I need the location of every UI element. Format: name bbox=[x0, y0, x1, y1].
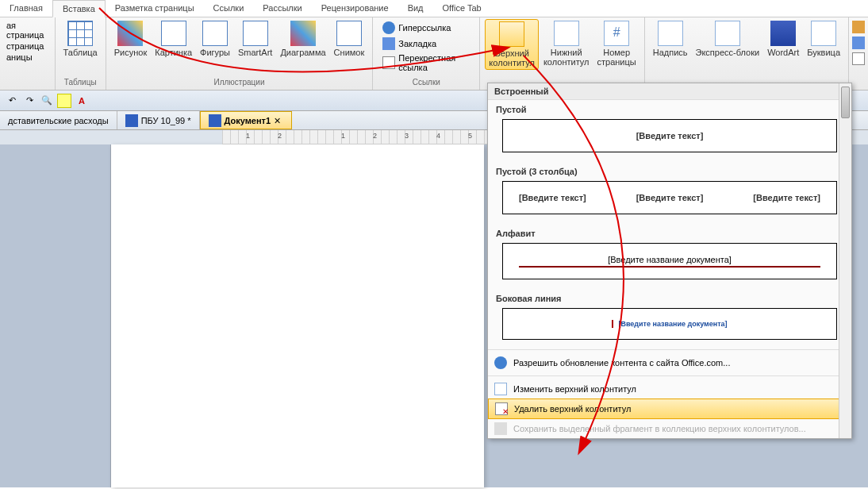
scrollbar[interactable] bbox=[839, 83, 851, 438]
doc-tab-2[interactable]: ПБУ 10_99 * bbox=[117, 111, 200, 129]
group-links: Гиперссылка Закладка Перекрестная ссылка… bbox=[373, 17, 480, 90]
signature-icon[interactable] bbox=[852, 21, 865, 33]
wordart-button[interactable]: WordArt bbox=[764, 19, 802, 59]
preset-alphabet[interactable]: [Введите название документа] bbox=[502, 243, 837, 279]
group-illustrations: Рисунок Картинка Фигуры SmartArt Диаграм… bbox=[106, 17, 374, 90]
screenshot-icon bbox=[336, 21, 362, 46]
zoom-button[interactable]: 🔍 bbox=[40, 94, 54, 108]
edit-header-item[interactable]: Изменить верхний колонтитул bbox=[488, 379, 851, 399]
header-button[interactable]: Верхний колонтитул bbox=[485, 19, 539, 70]
placeholder-title: [Введите название документа] bbox=[612, 320, 727, 328]
smartart-button[interactable]: SmartArt bbox=[235, 19, 275, 59]
doc-tab-2-label: ПБУ 10_99 * bbox=[141, 116, 191, 125]
doc-tab-1-label: дставительские расходы bbox=[8, 116, 109, 125]
tab-insert[interactable]: Вставка bbox=[52, 0, 106, 17]
chart-icon bbox=[290, 21, 316, 46]
tab-view[interactable]: Вид bbox=[398, 0, 433, 17]
picture-button[interactable]: Рисунок bbox=[111, 19, 151, 59]
preset-sideline-title: Боковая линия bbox=[488, 289, 851, 305]
office-com-label: Разрешить обновление контента с сайта Of… bbox=[513, 358, 730, 368]
remove-header-label: Удалить верхний колонтитул bbox=[514, 404, 631, 414]
doc-tab-3[interactable]: Документ1 ✕ bbox=[200, 111, 293, 129]
preset-empty-title: Пустой bbox=[488, 100, 851, 116]
highlight-button[interactable] bbox=[57, 94, 71, 108]
table-button[interactable]: Таблица bbox=[60, 19, 101, 59]
ribbon-side-icons bbox=[848, 17, 868, 90]
dropcap-label: Буквица bbox=[807, 48, 840, 57]
tab-home[interactable]: Главная bbox=[0, 0, 52, 17]
bookmark-label: Закладка bbox=[398, 39, 436, 48]
picture-label: Рисунок bbox=[114, 48, 148, 57]
footer-icon bbox=[554, 21, 579, 46]
group-pages-label bbox=[5, 87, 50, 88]
screenshot-button[interactable]: Снимок bbox=[331, 19, 368, 59]
table-icon bbox=[67, 21, 93, 46]
cover-page-partial[interactable]: ая страница bbox=[6, 21, 48, 40]
chart-label: Диаграмма bbox=[280, 48, 325, 57]
crossref-button[interactable]: Перекрестная ссылка bbox=[379, 52, 473, 73]
edit-header-label: Изменить верхний колонтитул bbox=[513, 384, 636, 394]
smartart-icon bbox=[243, 21, 268, 46]
picture-icon bbox=[117, 21, 143, 46]
tab-references[interactable]: Ссылки bbox=[204, 0, 254, 17]
remove-header-item[interactable]: ✕ Удалить верхний колонтитул bbox=[488, 399, 851, 419]
textbox-button[interactable]: Надпись bbox=[650, 19, 691, 59]
object-icon[interactable] bbox=[852, 52, 865, 65]
hyperlink-button[interactable]: Гиперссылка bbox=[379, 21, 473, 35]
preset-sideline[interactable]: [Введите название документа] bbox=[502, 308, 837, 340]
word-doc-icon bbox=[209, 114, 221, 127]
shapes-icon bbox=[202, 21, 228, 46]
quickparts-button[interactable]: Экспресс-блоки bbox=[693, 19, 763, 59]
blank-page-partial[interactable]: страница bbox=[6, 41, 48, 51]
tab-mailings[interactable]: Рассылки bbox=[253, 0, 311, 17]
left-margin bbox=[0, 144, 111, 487]
group-tables-label: Таблицы bbox=[60, 78, 101, 88]
pagenum-icon bbox=[604, 21, 629, 46]
office-com-item[interactable]: Разрешить обновление контента с сайта Of… bbox=[488, 353, 851, 372]
tab-layout[interactable]: Разметка страницы bbox=[106, 0, 204, 17]
doc-tab-3-label: Документ1 bbox=[225, 116, 271, 125]
dropcap-button[interactable]: Буквица bbox=[804, 19, 843, 59]
chart-button[interactable]: Диаграмма bbox=[277, 19, 328, 59]
group-header-footer: Верхний колонтитул Нижний колонтитул Ном… bbox=[480, 17, 644, 90]
page-break-partial[interactable]: аницы bbox=[6, 52, 48, 62]
preset-empty3[interactable]: [Введите текст] [Введите текст] [Введите… bbox=[502, 181, 837, 214]
delete-page-icon: ✕ bbox=[495, 402, 508, 415]
clipart-button[interactable]: Картинка bbox=[152, 19, 195, 59]
group-tables: Таблица Таблицы bbox=[56, 17, 106, 90]
page-number-button[interactable]: Номер страницы bbox=[594, 19, 639, 68]
placeholder-text: [Введите текст] bbox=[519, 193, 586, 202]
ribbon-tab-strip: Главная Вставка Разметка страницы Ссылки… bbox=[0, 0, 868, 17]
clipart-icon bbox=[161, 21, 186, 46]
footer-button[interactable]: Нижний колонтитул bbox=[540, 19, 593, 68]
shapes-button[interactable]: Фигуры bbox=[197, 19, 233, 59]
gallery-section-builtin: Встроенный bbox=[488, 83, 851, 100]
group-pages: ая страница страница аницы bbox=[0, 17, 56, 90]
wordart-label: WordArt bbox=[767, 48, 799, 57]
redo-button[interactable]: ↷ bbox=[22, 94, 36, 108]
close-icon[interactable]: ✕ bbox=[274, 116, 283, 125]
tab-review[interactable]: Рецензирование bbox=[312, 0, 398, 17]
save-selection-label: Сохранить выделенный фрагмент в коллекци… bbox=[513, 424, 806, 433]
smartart-label: SmartArt bbox=[238, 48, 272, 57]
document-page[interactable] bbox=[111, 144, 484, 487]
doc-tab-1[interactable]: дставительские расходы bbox=[0, 111, 117, 129]
shapes-label: Фигуры bbox=[200, 48, 230, 57]
tab-office[interactable]: Office Tab bbox=[433, 0, 491, 17]
undo-button[interactable]: ↶ bbox=[5, 94, 19, 108]
save-selection-item: Сохранить выделенный фрагмент в коллекци… bbox=[488, 419, 851, 438]
crossref-label: Перекрестная ссылка bbox=[398, 53, 470, 72]
preset-empty3-title: Пустой (3 столбца) bbox=[488, 162, 851, 178]
hyperlink-label: Гиперссылка bbox=[398, 23, 451, 33]
placeholder-text: [Введите текст] bbox=[636, 131, 704, 141]
bookmark-button[interactable]: Закладка bbox=[379, 37, 473, 51]
bookmark-icon bbox=[382, 37, 395, 50]
scrollbar-thumb[interactable] bbox=[841, 87, 850, 118]
quickparts-icon bbox=[715, 21, 740, 46]
date-icon[interactable] bbox=[852, 37, 865, 49]
screenshot-label: Снимок bbox=[334, 48, 365, 57]
preset-empty[interactable]: [Введите текст] bbox=[502, 119, 837, 152]
font-color-button[interactable]: A bbox=[75, 94, 89, 108]
footer-label: Нижний колонтитул bbox=[543, 48, 590, 67]
header-gallery-dropdown: Встроенный Пустой [Введите текст] Пустой… bbox=[487, 83, 852, 439]
